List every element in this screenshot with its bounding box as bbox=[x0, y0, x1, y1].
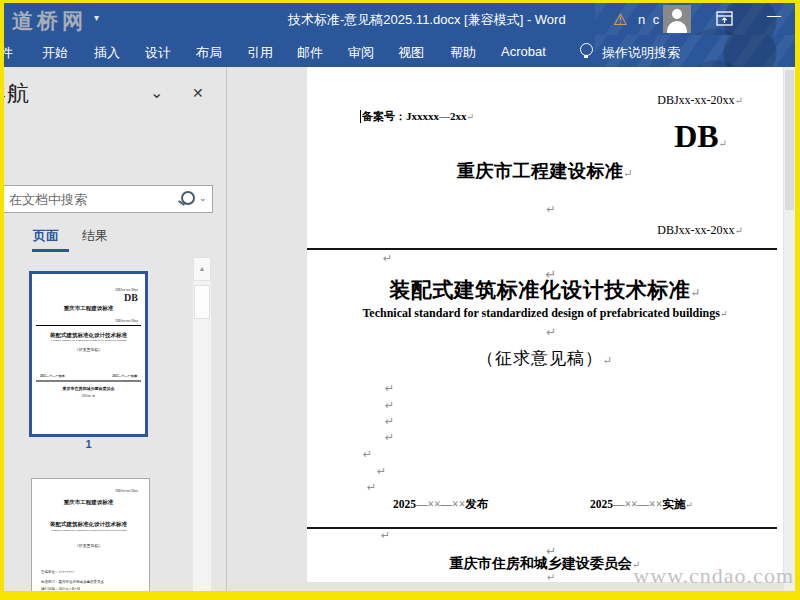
horizontal-rule-bottom bbox=[307, 527, 777, 529]
thumbnail-line: DBJxx-xx-20xx bbox=[32, 319, 145, 323]
document-scrollbar-thumb[interactable] bbox=[785, 70, 794, 210]
paragraph-mark: ↵ bbox=[313, 326, 789, 338]
tab-home[interactable]: 开始 bbox=[42, 44, 68, 62]
paragraph-mark: ↵ bbox=[719, 138, 727, 149]
paragraph-mark: ↵ bbox=[313, 204, 789, 215]
thumbnail-line: 批准部门：重庆市住房和城乡建设委员会 bbox=[32, 580, 145, 585]
thumbnail-line: 装配式建筑标准化设计技术标准 bbox=[32, 521, 145, 529]
tab-design[interactable]: 设计 bbox=[145, 44, 171, 62]
tab-insert[interactable]: 插入 bbox=[94, 44, 120, 62]
thumbnail-line: 2025—××—××发布 bbox=[40, 374, 65, 379]
tab-acrobat[interactable]: Acrobat bbox=[501, 44, 546, 59]
cndao-site-watermark: www.cndao.com bbox=[633, 563, 794, 589]
draft-note: （征求意见稿）↵ bbox=[307, 347, 783, 370]
paragraph-mark: ↵ bbox=[690, 286, 701, 300]
tab-file[interactable]: 文件 bbox=[4, 44, 13, 62]
implement-date-line: 2025—××—××实施↵ bbox=[590, 497, 693, 512]
thumbnail-line: （征求意见稿） bbox=[32, 543, 145, 549]
paragraph-mark: ↵ bbox=[367, 482, 376, 493]
document-area: DBJxx-xx-20xx↵ 备案号：Jxxxxx—2xx↵ DB↵ 重庆市工程… bbox=[227, 67, 795, 591]
tab-references[interactable]: 引用 bbox=[247, 44, 273, 62]
page-thumbnail-2[interactable]: DBJxx-xx-20xx 重庆市工程建设标准 装配式建筑标准化设计技术标准 T… bbox=[31, 478, 150, 591]
thumbnail-line: 装配式建筑标准化设计技术标准 bbox=[32, 331, 145, 339]
main-title: 装配式建筑标准化设计技术标准↵ bbox=[307, 276, 783, 304]
avatar-body-shape bbox=[667, 21, 687, 33]
quick-access-toolbar-dropdown-icon[interactable]: ▾ bbox=[94, 12, 99, 23]
thumbnail-scrollbar[interactable]: ▲ ▼ bbox=[193, 257, 211, 591]
active-tab-underline bbox=[32, 249, 69, 252]
standard-code-top: DBJxx-xx-20xx↵ bbox=[657, 93, 743, 108]
thumbnail-line: 主编单位：×××××××× bbox=[32, 570, 145, 575]
thumbnail-line: Technical standard for standardized desi… bbox=[32, 339, 145, 342]
nav-search-box[interactable]: 在文档中搜索 ⌄ bbox=[4, 185, 213, 213]
db-mark: DB↵ bbox=[674, 120, 727, 152]
navigation-pane-title: 导航 bbox=[4, 79, 30, 109]
standard-code-rule: DBJxx-xx-20xx↵ bbox=[657, 223, 743, 238]
account-name[interactable]: n c bbox=[638, 12, 661, 27]
paragraph-mark: ↵ bbox=[383, 253, 392, 264]
word-window: 道桥网 ▾ 技术标准-意见稿2025.11.docx [兼容模式] - Word… bbox=[0, 0, 800, 600]
scrollbar-thumb[interactable] bbox=[194, 285, 210, 319]
org-standard-title: 重庆市工程建设标准↵ bbox=[307, 159, 783, 183]
thumbnail-line: 重庆市工程建设标准 bbox=[32, 305, 145, 313]
paragraph-mark: ↵ bbox=[385, 383, 394, 394]
paragraph-mark: ↵ bbox=[685, 500, 693, 510]
document-page[interactable]: DBJxx-xx-20xx↵ 备案号：Jxxxxx—2xx↵ DB↵ 重庆市工程… bbox=[307, 67, 783, 582]
tab-help[interactable]: 帮助 bbox=[450, 44, 476, 62]
thumbnail-line: 重庆市住房和城乡建设委员会 bbox=[32, 386, 145, 392]
tab-view[interactable]: 视图 bbox=[398, 44, 424, 62]
thumbnail-line: （征求意见稿） bbox=[32, 347, 145, 353]
paragraph-mark: ↵ bbox=[603, 354, 613, 366]
paragraph-mark: ↵ bbox=[385, 432, 394, 443]
pane-close-icon[interactable]: ✕ bbox=[192, 85, 204, 101]
thumbnail-line: 2025—××—××实施 bbox=[112, 374, 137, 379]
thumbnail-line: DB bbox=[32, 292, 145, 304]
paragraph-mark: ↵ bbox=[467, 112, 475, 122]
thumbnail-line: 重庆市工程建设标准 bbox=[32, 498, 145, 506]
record-number-line: 备案号：Jxxxxx—2xx↵ bbox=[362, 109, 474, 124]
lightbulb-icon bbox=[580, 43, 593, 56]
tab-mailings[interactable]: 邮件 bbox=[297, 44, 323, 62]
title-bar: 道桥网 ▾ 技术标准-意见稿2025.11.docx [兼容模式] - Word… bbox=[4, 3, 795, 35]
thumbnail-line: Technical standard for standardized desi… bbox=[32, 528, 145, 531]
paragraph-mark: ↵ bbox=[385, 400, 394, 411]
daoqiao-logo-watermark: 道桥网 bbox=[12, 7, 87, 35]
ribbon-tab-row: 文件 开始 插入 设计 布局 引用 邮件 审阅 视图 帮助 Acrobat 操作… bbox=[4, 35, 795, 67]
tab-layout[interactable]: 布局 bbox=[196, 44, 222, 62]
search-icon[interactable] bbox=[181, 191, 195, 205]
warning-icon[interactable]: ⚠ bbox=[613, 10, 627, 29]
paragraph-mark: ↵ bbox=[735, 225, 743, 236]
avatar-head-shape bbox=[672, 9, 682, 19]
thumbnail-rule bbox=[36, 325, 141, 326]
horizontal-rule-top bbox=[307, 248, 777, 250]
user-avatar[interactable] bbox=[663, 5, 691, 33]
thumbnail-line: 2025年×月 bbox=[32, 394, 145, 399]
thumbnail-line: DBJxx-xx-20xx bbox=[32, 489, 145, 493]
tell-me-search[interactable]: 操作说明搜索 bbox=[602, 44, 680, 62]
text-cursor bbox=[360, 110, 361, 123]
issue-date-line: 2025—××—××发布 bbox=[393, 497, 488, 512]
paragraph-mark: ↵ bbox=[623, 167, 633, 179]
thumbnail-rule bbox=[36, 381, 141, 382]
ribbon-display-options-icon[interactable] bbox=[716, 11, 733, 30]
nav-search-placeholder: 在文档中搜索 bbox=[9, 191, 87, 209]
paragraph-mark: ↵ bbox=[381, 530, 390, 541]
document-title: 技术标准-意见稿2025.11.docx [兼容模式] - Word bbox=[288, 11, 566, 29]
nav-tab-results[interactable]: 结果 bbox=[82, 227, 108, 245]
paragraph-mark: ↵ bbox=[385, 416, 394, 427]
minimize-button[interactable]: — bbox=[762, 7, 786, 23]
navigation-pane: 导航 ⌄ ✕ 在文档中搜索 ⌄ 标题 页面 结果 DBJxx-xx-20xx D… bbox=[4, 67, 226, 591]
nav-tab-pages[interactable]: 页面 bbox=[33, 227, 59, 245]
pane-options-chevron-icon[interactable]: ⌄ bbox=[150, 83, 163, 102]
thumbnail-line: 施行日期：202×年×月×日 bbox=[32, 587, 145, 592]
document-scrollbar[interactable] bbox=[784, 67, 795, 591]
paragraph-mark: ↵ bbox=[720, 309, 728, 319]
search-options-chevron-icon[interactable]: ⌄ bbox=[199, 193, 207, 203]
page-thumbnail-1[interactable]: DBJxx-xx-20xx DB 重庆市工程建设标准 DBJxx-xx-20xx… bbox=[29, 271, 148, 437]
tab-review[interactable]: 审阅 bbox=[348, 44, 374, 62]
thumbnail-page-number: 1 bbox=[29, 438, 148, 450]
paragraph-mark: ↵ bbox=[377, 466, 386, 477]
paragraph-mark: ↵ bbox=[735, 95, 743, 106]
subtitle-english: Technical standard for standardized desi… bbox=[307, 306, 783, 321]
scroll-up-icon[interactable]: ▲ bbox=[193, 257, 211, 281]
